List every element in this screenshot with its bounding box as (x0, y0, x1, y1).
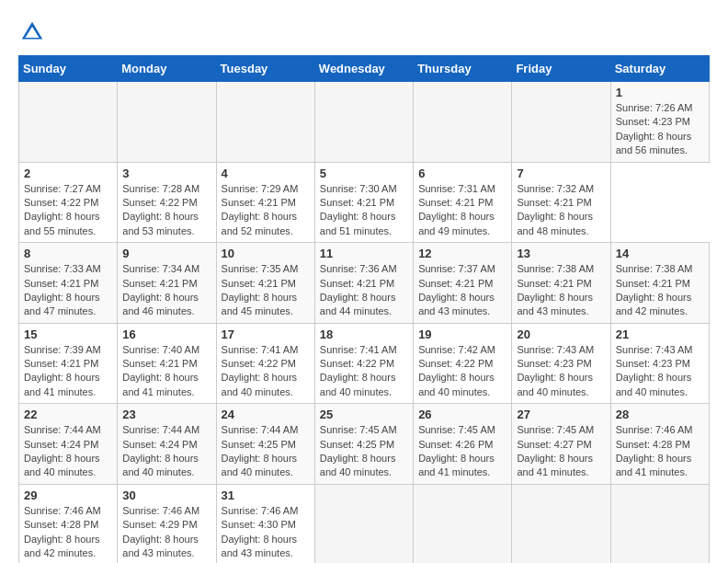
calendar-body: 1Sunrise: 7:26 AMSunset: 4:23 PMDaylight… (19, 82, 710, 564)
calendar-day-10: 10Sunrise: 7:35 AMSunset: 4:21 PMDayligh… (216, 243, 314, 324)
empty-cell (314, 82, 413, 163)
day-of-week-wednesday: Wednesday (314, 56, 413, 82)
calendar-day-31: 31Sunrise: 7:46 AMSunset: 4:30 PMDayligh… (216, 484, 314, 563)
logo-icon (18, 18, 46, 46)
empty-cell (19, 82, 118, 163)
calendar-day-28: 28Sunrise: 7:46 AMSunset: 4:28 PMDayligh… (610, 404, 709, 485)
calendar-day-15: 15Sunrise: 7:39 AMSunset: 4:21 PMDayligh… (19, 323, 118, 404)
calendar-day-1: 1Sunrise: 7:26 AMSunset: 4:23 PMDaylight… (610, 82, 709, 163)
day-of-week-thursday: Thursday (414, 56, 512, 82)
day-of-week-saturday: Saturday (610, 56, 709, 82)
calendar-day-7: 7Sunrise: 7:32 AMSunset: 4:21 PMDaylight… (512, 162, 610, 243)
calendar-day-14: 14Sunrise: 7:38 AMSunset: 4:21 PMDayligh… (610, 243, 709, 324)
calendar-day-25: 25Sunrise: 7:45 AMSunset: 4:25 PMDayligh… (314, 404, 413, 485)
calendar-day-4: 4Sunrise: 7:29 AMSunset: 4:21 PMDaylight… (216, 162, 314, 243)
calendar-day-21: 21Sunrise: 7:43 AMSunset: 4:23 PMDayligh… (610, 323, 709, 404)
calendar-day-24: 24Sunrise: 7:44 AMSunset: 4:25 PMDayligh… (216, 404, 314, 485)
calendar-day-29: 29Sunrise: 7:46 AMSunset: 4:28 PMDayligh… (19, 484, 118, 563)
calendar-day-8: 8Sunrise: 7:33 AMSunset: 4:21 PMDaylight… (19, 243, 118, 324)
empty-cell (610, 484, 709, 563)
day-of-week-monday: Monday (118, 56, 216, 82)
calendar-day-22: 22Sunrise: 7:44 AMSunset: 4:24 PMDayligh… (19, 404, 118, 485)
calendar-day-19: 19Sunrise: 7:42 AMSunset: 4:22 PMDayligh… (414, 323, 512, 404)
day-of-week-sunday: Sunday (19, 56, 118, 82)
calendar-day-20: 20Sunrise: 7:43 AMSunset: 4:23 PMDayligh… (512, 323, 610, 404)
calendar-day-9: 9Sunrise: 7:34 AMSunset: 4:21 PMDaylight… (118, 243, 216, 324)
calendar: SundayMondayTuesdayWednesdayThursdayFrid… (18, 55, 710, 563)
logo (18, 18, 50, 46)
calendar-day-30: 30Sunrise: 7:46 AMSunset: 4:29 PMDayligh… (118, 484, 216, 563)
calendar-day-3: 3Sunrise: 7:28 AMSunset: 4:22 PMDaylight… (118, 162, 216, 243)
empty-cell (314, 484, 413, 563)
calendar-week-6: 29Sunrise: 7:46 AMSunset: 4:28 PMDayligh… (19, 484, 710, 563)
calendar-week-5: 22Sunrise: 7:44 AMSunset: 4:24 PMDayligh… (19, 404, 710, 485)
empty-cell (118, 82, 216, 163)
calendar-week-4: 15Sunrise: 7:39 AMSunset: 4:21 PMDayligh… (19, 323, 710, 404)
calendar-day-23: 23Sunrise: 7:44 AMSunset: 4:24 PMDayligh… (118, 404, 216, 485)
calendar-week-2: 2Sunrise: 7:27 AMSunset: 4:22 PMDaylight… (19, 162, 710, 243)
calendar-day-5: 5Sunrise: 7:30 AMSunset: 4:21 PMDaylight… (314, 162, 413, 243)
calendar-day-11: 11Sunrise: 7:36 AMSunset: 4:21 PMDayligh… (314, 243, 413, 324)
calendar-day-18: 18Sunrise: 7:41 AMSunset: 4:22 PMDayligh… (314, 323, 413, 404)
empty-cell (216, 82, 314, 163)
empty-cell (512, 484, 610, 563)
calendar-day-17: 17Sunrise: 7:41 AMSunset: 4:22 PMDayligh… (216, 323, 314, 404)
calendar-header-row: SundayMondayTuesdayWednesdayThursdayFrid… (19, 56, 710, 82)
day-of-week-friday: Friday (512, 56, 610, 82)
calendar-day-2: 2Sunrise: 7:27 AMSunset: 4:22 PMDaylight… (19, 162, 118, 243)
empty-cell (414, 82, 512, 163)
calendar-day-16: 16Sunrise: 7:40 AMSunset: 4:21 PMDayligh… (118, 323, 216, 404)
calendar-week-3: 8Sunrise: 7:33 AMSunset: 4:21 PMDaylight… (19, 243, 710, 324)
empty-cell (414, 484, 512, 563)
calendar-day-13: 13Sunrise: 7:38 AMSunset: 4:21 PMDayligh… (512, 243, 610, 324)
empty-cell (512, 82, 610, 163)
calendar-day-12: 12Sunrise: 7:37 AMSunset: 4:21 PMDayligh… (414, 243, 512, 324)
day-of-week-tuesday: Tuesday (216, 56, 314, 82)
calendar-week-1: 1Sunrise: 7:26 AMSunset: 4:23 PMDaylight… (19, 82, 710, 163)
calendar-day-26: 26Sunrise: 7:45 AMSunset: 4:26 PMDayligh… (414, 404, 512, 485)
calendar-day-6: 6Sunrise: 7:31 AMSunset: 4:21 PMDaylight… (414, 162, 512, 243)
calendar-day-27: 27Sunrise: 7:45 AMSunset: 4:27 PMDayligh… (512, 404, 610, 485)
page-header (18, 18, 710, 46)
